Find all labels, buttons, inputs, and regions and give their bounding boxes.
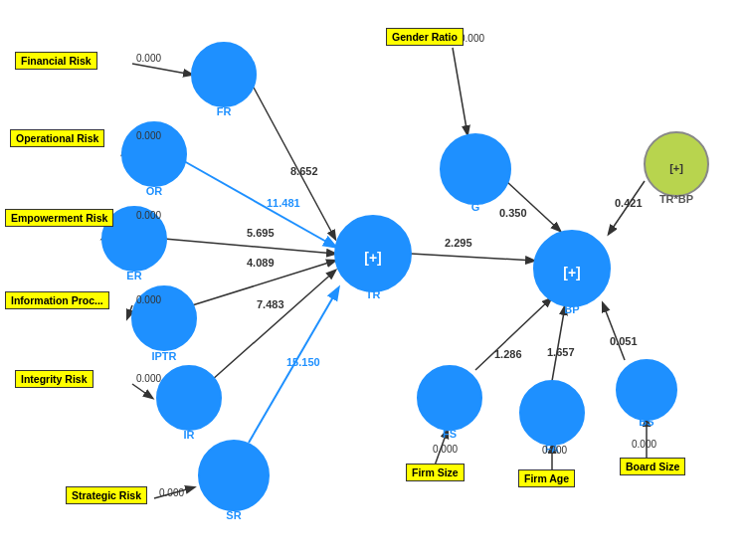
value-fr-tr: 8.652 — [290, 165, 318, 177]
label-fs: FS — [443, 428, 457, 440]
val-fs-0: 0.000 — [433, 444, 458, 455]
node-sr[interactable] — [199, 441, 269, 510]
path-bs-bp — [603, 303, 625, 360]
node-fa[interactable] — [520, 381, 584, 445]
path-tr-bp — [411, 254, 534, 261]
val-fr-0: 0.000 — [136, 53, 161, 64]
node-g[interactable] — [441, 134, 510, 204]
value-or-tr: 11.481 — [267, 197, 300, 209]
val-or-0: 0.000 — [136, 130, 161, 141]
value-ir-tr: 7.483 — [257, 298, 284, 310]
label-g: G — [471, 201, 480, 213]
val-bs-0: 0.000 — [632, 439, 656, 450]
value-trbp-bp: 0.421 — [615, 197, 643, 209]
label-tr: TR — [366, 288, 381, 300]
box-integrity-risk: Integrity Risk — [15, 370, 93, 388]
box-strategic-risk: Strategic Risk — [66, 486, 147, 504]
val-ir-0: 0.000 — [136, 373, 161, 384]
box-firm-age: Firm Age — [518, 469, 575, 487]
bp-plus-label: [+] — [563, 265, 581, 280]
label-bs: BS — [639, 416, 653, 428]
label-trbp: TR*BP — [659, 193, 693, 205]
value-bs-bp: 0.051 — [610, 335, 638, 347]
value-sr-tr: 15.150 — [286, 356, 320, 368]
line-integrity-risk — [132, 384, 152, 398]
box-gender-ratio: Gender Ratio — [386, 28, 464, 46]
value-fs-bp: 1.286 — [494, 348, 522, 360]
label-er: ER — [126, 270, 141, 281]
label-ir: IR — [184, 429, 195, 441]
node-bs[interactable] — [617, 360, 676, 420]
value-fa-bp: 1.657 — [547, 346, 575, 358]
path-diagram: [+] [+] [+] 8.652 11.481 5.695 4.089 7.4… — [0, 0, 746, 560]
box-firm-size: Firm Size — [406, 464, 465, 481]
val-er-0: 0.000 — [136, 210, 161, 221]
node-ir[interactable] — [157, 366, 221, 430]
value-er-tr: 5.695 — [247, 227, 275, 239]
val-fa-0: 0.000 — [542, 445, 567, 456]
path-er-tr — [164, 239, 335, 254]
tr-plus-label: [+] — [364, 250, 382, 266]
val-iptr-0: 0.000 — [136, 294, 161, 305]
box-empowerment-risk: Empowerment Risk — [5, 209, 113, 227]
val-sr-0: 0.000 — [159, 487, 184, 498]
label-fr: FR — [217, 105, 232, 117]
box-operational-risk: Operational Risk — [10, 129, 104, 147]
label-iptr: IPTR — [151, 350, 176, 362]
path-fr-tr — [254, 88, 335, 239]
value-g-bp: 0.350 — [499, 207, 527, 219]
value-tr-bp: 2.295 — [445, 237, 472, 249]
line-gender-ratio — [453, 48, 467, 134]
node-fr[interactable] — [192, 43, 256, 106]
node-fs[interactable] — [418, 366, 481, 430]
trbp-plus-label: [+] — [669, 162, 683, 174]
value-iptr-tr: 4.089 — [247, 257, 275, 269]
box-information-proc: Information Proc... — [5, 291, 109, 309]
box-board-size: Board Size — [620, 458, 685, 475]
diagram-canvas: [+] [+] [+] 8.652 11.481 5.695 4.089 7.4… — [0, 0, 746, 560]
line-financial-risk — [132, 64, 192, 75]
label-bp: BP — [564, 303, 579, 315]
path-fa-bp — [552, 306, 565, 381]
label-sr: SR — [226, 509, 241, 521]
box-financial-risk: Financial Risk — [15, 52, 97, 70]
label-or: OR — [146, 185, 163, 197]
